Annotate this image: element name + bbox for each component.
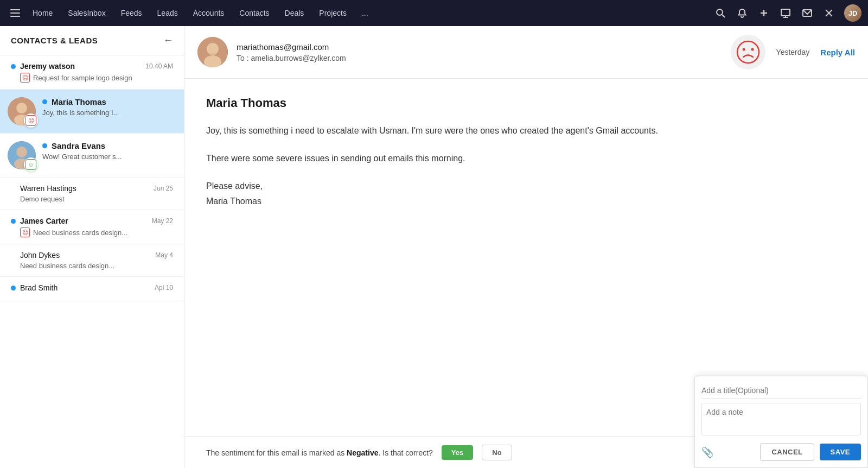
email-header-right: Yesterday Reply All: [731, 35, 855, 69]
nav-deals[interactable]: Deals: [278, 5, 311, 21]
contact-name: Jeremy watson: [20, 62, 75, 71]
nav-leads[interactable]: Leads: [151, 5, 184, 21]
contact-preview: Need business cards design...: [11, 262, 173, 270]
sentiment-badge: ☹: [25, 115, 36, 126]
sidebar: CONTACTS & LEADS ← Jeremy watson 10.40 A…: [0, 26, 184, 468]
contact-item-brad[interactable]: Brad Smith Apl 10: [0, 277, 184, 301]
search-icon[interactable]: [714, 7, 727, 20]
screen-icon[interactable]: [779, 7, 792, 20]
svg-point-22: [737, 41, 759, 63]
unread-dot: [11, 286, 16, 290]
contact-item-sandra[interactable]: ☺ Sandra Evans Wow! Great customer s...: [0, 134, 184, 178]
contact-name: Sandra Evans: [52, 141, 105, 150]
contact-name: James Carter: [20, 217, 68, 225]
contact-preview: ☹ Need business cards design...: [11, 227, 173, 237]
top-navigation: Home SalesInbox Feeds Leads Accounts Con…: [0, 0, 868, 26]
nav-feeds[interactable]: Feeds: [114, 5, 149, 21]
contact-name: John Dykes: [20, 251, 60, 260]
note-panel: 📎 CANCEL SAVE: [694, 376, 868, 468]
unread-dot: [11, 219, 16, 224]
nav-salesinbox[interactable]: SalesInbox: [61, 5, 112, 21]
svg-point-3: [717, 9, 723, 15]
topnav-actions: JD: [714, 4, 861, 22]
email-content: mariathomas@gmail.com To : amelia.burrow…: [184, 26, 868, 468]
svg-rect-0: [10, 9, 20, 10]
avatar-wrap: ☹: [8, 97, 36, 125]
contact-item-john[interactable]: John Dykes May 4 Need business cards des…: [0, 244, 184, 277]
attach-icon[interactable]: 📎: [701, 446, 713, 458]
add-icon[interactable]: [757, 7, 770, 20]
sentiment-no-button[interactable]: No: [482, 445, 512, 460]
email-sentiment-icon: [731, 35, 765, 69]
hamburger-menu[interactable]: [7, 4, 24, 22]
email-icon[interactable]: [801, 7, 814, 20]
svg-point-20: [207, 43, 219, 55]
sentiment-badge: ☺: [25, 159, 36, 170]
contact-item-maria[interactable]: ☹ Maria Thomas Joy, this is something I.…: [0, 90, 184, 134]
email-signoff: Please advise, Maria Thomas: [206, 179, 846, 208]
note-actions: 📎 CANCEL SAVE: [701, 443, 861, 461]
close-x-icon[interactable]: [822, 7, 835, 20]
user-avatar[interactable]: JD: [844, 4, 861, 22]
note-title-input[interactable]: [701, 383, 861, 399]
note-textarea[interactable]: [701, 403, 861, 435]
nav-accounts[interactable]: Accounts: [187, 5, 231, 21]
avatar-badge-overlay: ☹: [24, 113, 38, 128]
contacts-list: Jeremy watson 10.40 AM ☹ Request for sam…: [0, 55, 184, 468]
unread-dot: [42, 143, 47, 148]
sentiment-yes-button[interactable]: Yes: [442, 445, 473, 460]
svg-point-14: [16, 103, 27, 113]
email-from: mariathomas@gmail.com: [237, 42, 722, 52]
contact-time: May 22: [152, 217, 173, 225]
unread-dot: [42, 99, 47, 104]
badge-icon: ☹: [20, 227, 30, 237]
contact-time: Jun 25: [154, 185, 173, 192]
sidebar-header: CONTACTS & LEADS ←: [0, 26, 184, 55]
email-date: Yesterday: [776, 48, 810, 56]
email-paragraph-1: Joy, this is something i need to escalat…: [206, 123, 846, 138]
svg-rect-7: [781, 9, 790, 16]
sentiment-text: The sentiment for this email is marked a…: [206, 448, 433, 457]
email-header: mariathomas@gmail.com To : amelia.burrow…: [184, 26, 868, 79]
contact-preview: Wow! Great customer s...: [42, 153, 173, 161]
nav-projects[interactable]: Projects: [312, 5, 353, 21]
sentiment-value: Negative: [347, 448, 378, 457]
sidebar-title: CONTACTS & LEADS: [11, 36, 98, 45]
contact-time: May 4: [155, 251, 173, 259]
contact-name: Maria Thomas: [52, 97, 106, 106]
svg-rect-2: [10, 16, 20, 17]
contact-name: Brad Smith: [20, 283, 58, 292]
nav-contacts[interactable]: Contacts: [233, 5, 276, 21]
contact-time: 10.40 AM: [145, 62, 173, 70]
email-to: To : amelia.burrows@zylker.com: [237, 54, 722, 62]
contact-name: Warren Hastings: [20, 184, 76, 193]
contact-preview: ☹ Request for sample logo design: [11, 73, 173, 83]
svg-point-23: [742, 48, 745, 51]
svg-rect-1: [10, 12, 20, 14]
notification-icon[interactable]: [736, 7, 749, 20]
save-button[interactable]: SAVE: [820, 444, 861, 460]
cancel-button[interactable]: CANCEL: [760, 443, 814, 461]
back-button[interactable]: ←: [163, 35, 173, 46]
unread-dot: [11, 64, 16, 69]
contact-preview: Demo request: [11, 195, 173, 203]
nav-home[interactable]: Home: [26, 5, 59, 21]
sender-avatar: [197, 37, 228, 67]
reply-all-button[interactable]: Reply All: [820, 48, 855, 57]
contact-time: Apl 10: [155, 284, 173, 292]
large-contact-info: Sandra Evans Wow! Great customer s...: [42, 141, 173, 161]
svg-point-17: [16, 147, 27, 157]
badge-icon: ☹: [20, 73, 30, 83]
contact-preview: Joy, this is something I...: [42, 109, 173, 117]
email-paragraph-2: There were some severe issues in sending…: [206, 151, 846, 166]
avatar-badge-overlay: ☺: [24, 157, 38, 172]
svg-line-4: [722, 15, 725, 17]
contact-item-warren[interactable]: Warren Hastings Jun 25 Demo request: [0, 178, 184, 210]
main-layout: CONTACTS & LEADS ← Jeremy watson 10.40 A…: [0, 26, 868, 468]
contact-item-james[interactable]: James Carter May 22 ☹ Need business card…: [0, 210, 184, 244]
email-from-block: mariathomas@gmail.com To : amelia.burrow…: [237, 42, 722, 62]
contact-item-jeremy[interactable]: Jeremy watson 10.40 AM ☹ Request for sam…: [0, 55, 184, 90]
email-sender-name: Maria Thomas: [206, 96, 846, 110]
nav-more[interactable]: ...: [355, 5, 375, 21]
large-contact-info: Maria Thomas Joy, this is something I...: [42, 97, 173, 117]
